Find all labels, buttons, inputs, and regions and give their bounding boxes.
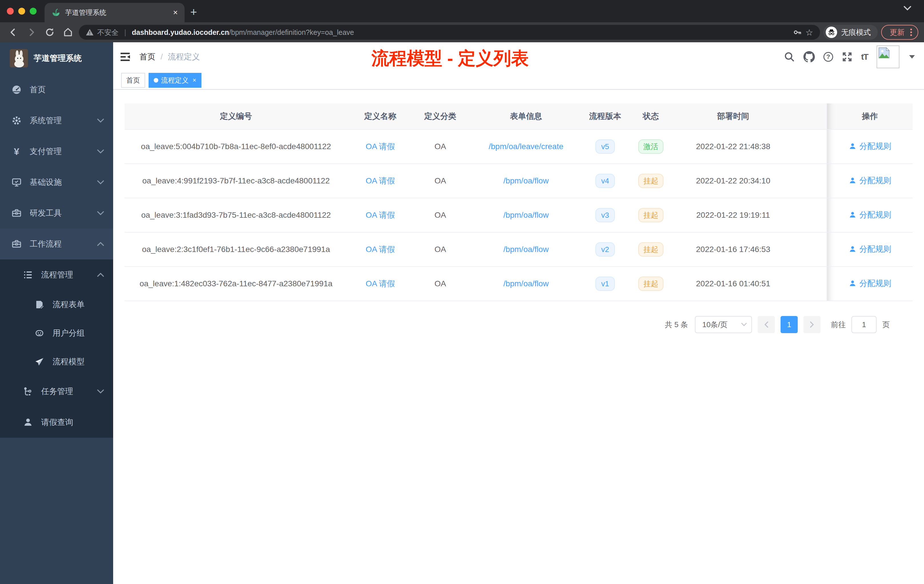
assign-rule-link[interactable]: 分配规则 bbox=[848, 210, 891, 220]
user-icon bbox=[848, 279, 856, 287]
definition-name-link[interactable]: OA 请假 bbox=[366, 211, 395, 219]
avatar[interactable] bbox=[876, 45, 899, 68]
user-icon bbox=[848, 177, 856, 185]
next-page-button[interactable] bbox=[804, 316, 820, 333]
definition-name-link[interactable]: OA 请假 bbox=[366, 245, 395, 254]
insecure-warning-icon[interactable] bbox=[86, 28, 94, 36]
tab-close-icon[interactable]: × bbox=[172, 8, 179, 17]
browser-menu-icon[interactable] bbox=[910, 28, 912, 36]
sidebar-item-home[interactable]: 首页 bbox=[0, 74, 113, 105]
password-key-icon[interactable] bbox=[793, 28, 802, 37]
minimize-window-button[interactable] bbox=[18, 8, 25, 15]
github-icon[interactable] bbox=[804, 51, 815, 63]
sidebar-item-infra[interactable]: 基础设施 bbox=[0, 167, 113, 198]
search-icon[interactable] bbox=[784, 51, 795, 62]
status-badge: 挂起 bbox=[638, 208, 663, 222]
breadcrumb-separator: / bbox=[160, 52, 163, 61]
tab-search-chevron-icon[interactable] bbox=[903, 6, 911, 11]
collapse-sidebar-icon[interactable] bbox=[119, 51, 132, 63]
tab-title: 芋道管理系统 bbox=[65, 8, 172, 17]
page-number-active[interactable]: 1 bbox=[780, 316, 798, 333]
maximize-window-button[interactable] bbox=[30, 8, 36, 15]
help-icon[interactable]: ? bbox=[823, 52, 833, 62]
chevron-down-icon bbox=[97, 211, 104, 215]
app-title: 芋道管理系统 bbox=[34, 53, 82, 64]
version-badge: v4 bbox=[596, 174, 615, 188]
sidebar-item-system[interactable]: 系统管理 bbox=[0, 105, 113, 136]
sidebar-item-leave-query[interactable]: 请假查询 bbox=[0, 407, 113, 438]
version-badge: v3 bbox=[596, 208, 615, 222]
chevron-up-icon bbox=[97, 242, 104, 246]
back-icon[interactable] bbox=[6, 25, 21, 40]
url-text: dashboard.yudao.iocoder.cn/bpm/manager/d… bbox=[132, 28, 354, 36]
broken-image-icon bbox=[878, 47, 890, 59]
workflow-submenu: 流程管理 流程表单 用户分组 bbox=[0, 259, 113, 438]
url-path: /bpm/manager/definition?key=oa_leave bbox=[229, 28, 354, 36]
sidebar-item-process-mgmt[interactable]: 流程管理 bbox=[0, 259, 113, 290]
monitor-icon bbox=[12, 177, 22, 187]
toolbox-icon bbox=[12, 208, 22, 218]
screen: 芋道管理系统 × + 不安全 | dashboard.yudao.iocoder… bbox=[0, 0, 924, 584]
form-link[interactable]: /bpm/oa/flow bbox=[503, 245, 549, 254]
breadcrumb-home[interactable]: 首页 bbox=[139, 51, 155, 62]
browser-toolbar: 不安全 | dashboard.yudao.iocoder.cn/bpm/man… bbox=[0, 22, 924, 42]
home-icon[interactable] bbox=[61, 25, 76, 40]
sidebar-item-pay[interactable]: ¥ 支付管理 bbox=[0, 136, 113, 167]
tag-home[interactable]: 首页 bbox=[121, 73, 145, 88]
definition-category: OA bbox=[413, 267, 467, 301]
tag-close-icon[interactable]: × bbox=[193, 77, 196, 84]
assign-rule-link[interactable]: 分配规则 bbox=[848, 175, 891, 186]
definition-id: oa_leave:3:1fad3d93-7b75-11ec-a3c8-acde4… bbox=[125, 198, 347, 232]
definition-name-link[interactable]: OA 请假 bbox=[366, 279, 395, 288]
sidebar-item-user-group[interactable]: 用户分组 bbox=[0, 319, 113, 347]
chevron-down-icon bbox=[97, 180, 104, 185]
bookmark-star-icon[interactable]: ☆ bbox=[805, 27, 813, 38]
definition-name-link[interactable]: OA 请假 bbox=[366, 142, 395, 151]
reload-icon[interactable] bbox=[42, 25, 57, 40]
form-link[interactable]: /bpm/oa/flow bbox=[503, 279, 549, 288]
col-form-info: 表单信息 bbox=[467, 104, 584, 129]
assign-rule-link[interactable]: 分配规则 bbox=[848, 141, 891, 152]
url-separator: | bbox=[122, 28, 129, 36]
window-controls[interactable] bbox=[0, 0, 45, 22]
deploy-time: 2022-01-22 20:34:10 bbox=[676, 164, 790, 198]
form-link[interactable]: /bpm/oa/flow bbox=[503, 176, 549, 185]
person-icon bbox=[23, 417, 33, 427]
tag-process-definition[interactable]: 流程定义 × bbox=[148, 73, 201, 88]
assign-rule-link[interactable]: 分配规则 bbox=[848, 278, 891, 289]
definition-category: OA bbox=[413, 232, 467, 267]
page-suffix: 页 bbox=[882, 320, 890, 330]
sidebar-item-task-mgmt[interactable]: 任务管理 bbox=[0, 376, 113, 407]
goto-page-input[interactable] bbox=[851, 316, 876, 333]
sidebar-item-process-form[interactable]: 流程表单 bbox=[0, 290, 113, 319]
pagination-total: 共 5 条 bbox=[665, 320, 688, 330]
browser-update-button[interactable]: 更新 bbox=[881, 25, 918, 40]
chevron-down-icon bbox=[97, 118, 104, 123]
prev-page-button[interactable] bbox=[758, 316, 775, 333]
avatar-caret-icon[interactable] bbox=[909, 55, 915, 59]
update-label[interactable]: 更新 bbox=[890, 27, 904, 38]
browser-tab[interactable]: 芋道管理系统 × bbox=[45, 3, 185, 22]
form-link[interactable]: /bpm/oa/leave/create bbox=[488, 142, 563, 151]
col-definition-category: 定义分类 bbox=[413, 104, 467, 129]
sidebar-item-process-model[interactable]: 流程模型 bbox=[0, 347, 113, 376]
address-bar[interactable]: 不安全 | dashboard.yudao.iocoder.cn/bpm/man… bbox=[79, 25, 820, 40]
status-badge: 挂起 bbox=[638, 242, 663, 257]
fullscreen-icon[interactable] bbox=[842, 51, 853, 62]
font-size-icon[interactable]: tT bbox=[861, 52, 868, 62]
definition-name-link[interactable]: OA 请假 bbox=[366, 176, 395, 185]
sidebar-item-workflow[interactable]: 工作流程 bbox=[0, 229, 113, 259]
form-link[interactable]: /bpm/oa/flow bbox=[503, 211, 549, 219]
sidebar-item-devtools[interactable]: 研发工具 bbox=[0, 198, 113, 229]
close-window-button[interactable] bbox=[7, 8, 14, 15]
col-actions: 操作 bbox=[827, 104, 912, 129]
definition-category: OA bbox=[413, 164, 467, 198]
col-process-version: 流程版本 bbox=[584, 104, 626, 129]
new-tab-button[interactable]: + bbox=[185, 6, 204, 22]
page-size-select[interactable]: 10条/页 bbox=[695, 316, 752, 333]
forward-icon[interactable] bbox=[24, 25, 39, 40]
assign-rule-link[interactable]: 分配规则 bbox=[848, 244, 891, 254]
definition-category: OA bbox=[413, 129, 467, 164]
incognito-label: 无痕模式 bbox=[841, 27, 871, 38]
table-row: oa_leave:5:004b710b-7b8a-11ec-8ef0-acde4… bbox=[125, 129, 912, 164]
